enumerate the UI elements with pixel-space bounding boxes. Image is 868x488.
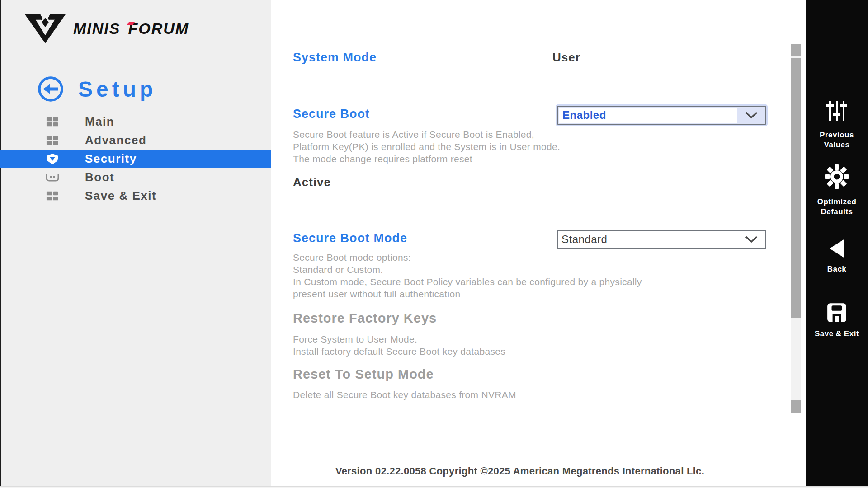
reset-to-setup-mode-help: Delete all Secure Boot key databases fro… <box>293 389 516 401</box>
setup-header: Setup <box>38 76 156 102</box>
grid-icon <box>45 135 60 146</box>
restore-factory-keys-help: Force System to User Mode. Install facto… <box>293 333 505 357</box>
scrollbar-down-button[interactable] <box>791 400 801 413</box>
left-edge-line <box>0 0 1 488</box>
secure-boot-mode-help: Secure Boot mode options: Standard or Cu… <box>293 251 642 300</box>
system-mode-value: User <box>552 51 580 65</box>
optimized-defaults-button[interactable]: Optimized Defaults <box>806 164 868 217</box>
back-circle-icon[interactable] <box>38 76 64 102</box>
boot-icon <box>45 173 60 183</box>
save-exit-button[interactable]: Save & Exit <box>806 302 868 339</box>
minisforum-logo: MINISFORUM <box>24 13 189 44</box>
restore-factory-keys-action[interactable]: Restore Factory Keys <box>293 311 437 326</box>
minisforum-logo-text: MINISFORUM <box>73 20 189 38</box>
back-button[interactable]: Back <box>806 238 868 274</box>
action-label: Optimized Defaults <box>811 197 862 217</box>
secure-boot-dropdown-value: Enabled <box>559 108 737 123</box>
sidebar-item-label: Security <box>85 152 137 166</box>
action-label: Back <box>811 264 862 274</box>
security-settings-panel: System Mode User Secure Boot Enabled Sec… <box>271 0 806 488</box>
shield-icon <box>45 153 60 165</box>
secure-boot-label: Secure Boot <box>293 107 370 121</box>
secure-boot-status: Active <box>293 175 331 189</box>
scrollbar-up-button[interactable] <box>791 44 801 56</box>
chevron-down-icon <box>737 231 765 248</box>
minisforum-logo-icon <box>24 13 67 44</box>
help-line: Secure Boot feature is Active if Secure … <box>293 128 560 141</box>
help-line: Standard or Custom. <box>293 263 642 276</box>
help-line: Install factory default Secure Boot key … <box>293 345 505 357</box>
secure-boot-dropdown[interactable]: Enabled <box>557 106 766 125</box>
secure-boot-help: Secure Boot feature is Active if Secure … <box>293 128 560 165</box>
sidebar-item-main[interactable]: Main <box>0 113 271 131</box>
floppy-icon <box>826 302 848 324</box>
left-sidebar: MINISFORUM Setup Main <box>0 0 271 488</box>
help-line: Force System to User Mode. <box>293 333 505 345</box>
secure-boot-mode-dropdown-value: Standard <box>558 231 737 248</box>
help-line: Secure Boot mode options: <box>293 251 642 263</box>
page-title: Setup <box>78 77 156 102</box>
version-copyright-text: Version 02.22.0058 Copyright ©2025 Ameri… <box>271 465 769 477</box>
help-line: In Custom mode, Secure Boot Policy varia… <box>293 276 642 288</box>
sidebar-item-label: Save & Exit <box>85 189 156 203</box>
previous-values-button[interactable]: Previous Values <box>806 100 868 150</box>
sidebar-item-advanced[interactable]: Advanced <box>0 131 271 150</box>
action-label: Save & Exit <box>807 329 866 339</box>
sidebar-item-label: Boot <box>85 170 114 184</box>
grid-icon <box>45 117 60 127</box>
sidebar-item-security[interactable]: Security <box>0 150 271 168</box>
system-mode-label: System Mode <box>293 51 377 65</box>
sidebar-item-save-exit[interactable]: Save & Exit <box>0 187 271 205</box>
right-action-sidebar: Previous Values <box>806 0 868 486</box>
secure-boot-mode-dropdown[interactable]: Standard <box>557 230 766 249</box>
secure-boot-mode-label: Secure Boot Mode <box>293 231 407 245</box>
help-line: The mode change requires platform reset <box>293 153 560 165</box>
back-triangle-icon <box>828 238 846 259</box>
setup-menu: Main Advanced Security <box>0 113 271 205</box>
vertical-scrollbar[interactable] <box>791 44 801 413</box>
gear-icon <box>825 164 849 189</box>
help-line: Platform Key(PK) is enrolled and the Sys… <box>293 141 560 153</box>
bottom-strip <box>0 486 868 488</box>
help-line: Delete all Secure Boot key databases fro… <box>293 389 516 401</box>
help-line: present user without full authentication <box>293 288 642 300</box>
sidebar-item-label: Advanced <box>85 133 146 147</box>
scrollbar-thumb[interactable] <box>791 58 801 318</box>
chevron-down-icon <box>737 107 765 124</box>
bios-setup-screen: MINISFORUM Setup Main <box>0 0 868 488</box>
sidebar-item-label: Main <box>85 115 114 129</box>
grid-icon <box>45 191 60 202</box>
sliders-icon <box>826 100 848 122</box>
reset-to-setup-mode-action[interactable]: Reset To Setup Mode <box>293 367 434 382</box>
action-label: Previous Values <box>811 130 862 150</box>
sidebar-item-boot[interactable]: Boot <box>0 168 271 187</box>
